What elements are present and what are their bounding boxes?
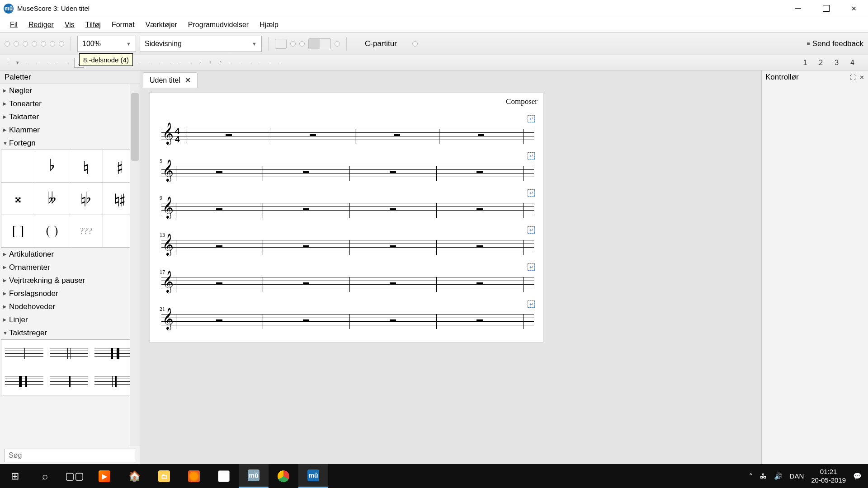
barline-end-repeat[interactable] — [94, 343, 133, 364]
staff-system[interactable]: 17𝄞↵ — [161, 277, 534, 291]
accidental-paren[interactable]: ( ) — [35, 215, 69, 248]
barline[interactable] — [263, 166, 263, 181]
taskbar-app[interactable] — [209, 464, 239, 488]
barline[interactable] — [523, 166, 524, 181]
line-break-icon[interactable]: ↵ — [528, 226, 535, 234]
whole-rest[interactable] — [394, 134, 400, 136]
menu-edit[interactable]: Rediger — [23, 19, 59, 31]
barline[interactable] — [523, 277, 524, 292]
palette-item-noteheads[interactable]: ▶Nodehoveder — [0, 300, 140, 313]
whole-rest[interactable] — [390, 282, 396, 285]
whole-rest[interactable] — [216, 319, 222, 322]
palette-item-breaths[interactable]: ▶Vejrtrækning & pauser — [0, 274, 140, 287]
score-area[interactable]: Uden titel ✕ Composer 𝄞44↵5𝄞↵9𝄞↵13𝄞↵17𝄞↵… — [140, 70, 761, 464]
duration-button[interactable]: · — [187, 59, 193, 67]
voice-1-button[interactable]: 1 — [803, 59, 807, 67]
barline[interactable] — [263, 240, 263, 255]
search-button[interactable]: ⌕ — [30, 464, 60, 488]
duration-button[interactable]: · — [137, 59, 144, 67]
whole-rest[interactable] — [478, 134, 484, 136]
zoom-combo[interactable]: 100% ▼ — [77, 36, 136, 52]
window-minimize-button[interactable] — [784, 0, 812, 17]
menu-add[interactable]: Tilføj — [80, 19, 106, 31]
barline[interactable] — [436, 203, 437, 218]
image-capture-button[interactable] — [275, 39, 287, 49]
duration-button[interactable]: · — [177, 59, 184, 67]
score-page[interactable]: Composer 𝄞44↵5𝄞↵9𝄞↵13𝄞↵17𝄞↵21𝄞↵ — [149, 92, 543, 343]
barline[interactable] — [349, 203, 350, 218]
duration-button[interactable]: · — [157, 59, 164, 67]
whole-rest[interactable] — [390, 171, 396, 174]
duration-button[interactable]: · — [247, 59, 253, 67]
palette-item-barlines[interactable]: ▼Taktstreger — [0, 326, 140, 339]
toolbar-button[interactable] — [32, 41, 37, 47]
whole-rest[interactable] — [216, 171, 222, 174]
toolbar-button[interactable] — [299, 41, 305, 47]
barline[interactable] — [176, 277, 176, 292]
staff-system[interactable]: 21𝄞↵ — [161, 314, 534, 328]
accidental-flat[interactable]: ♭ — [35, 150, 69, 183]
toolbar-button[interactable] — [41, 41, 46, 47]
barline[interactable] — [263, 277, 263, 292]
menu-file[interactable]: Fil — [5, 19, 23, 31]
palette-item-articulations[interactable]: ▶Artikulationer — [0, 248, 140, 261]
tray-volume-icon[interactable]: 🔊 — [774, 472, 783, 480]
duration-button[interactable]: · — [34, 59, 41, 67]
window-close-button[interactable]: ✕ — [840, 0, 868, 17]
whole-rest[interactable] — [476, 208, 483, 211]
taskbar-chrome[interactable] — [269, 464, 298, 488]
barline[interactable] — [439, 129, 439, 144]
line-break-icon[interactable]: ↵ — [528, 300, 535, 308]
barline[interactable] — [436, 166, 437, 181]
staff-system[interactable]: 13𝄞↵ — [161, 240, 534, 254]
whole-rest[interactable] — [476, 245, 483, 248]
taskview-button[interactable]: ▢▢ — [60, 464, 90, 488]
barline[interactable] — [176, 240, 176, 255]
palette-item-grace[interactable]: ▶Forslagsnoder — [0, 287, 140, 300]
treble-clef-icon[interactable]: 𝄞 — [162, 198, 174, 217]
duration-button[interactable]: ♭ — [197, 59, 203, 67]
barline[interactable] — [523, 314, 524, 329]
duration-button[interactable]: · — [237, 59, 243, 67]
barline[interactable] — [349, 314, 350, 329]
barline[interactable] — [355, 129, 355, 144]
menu-plugins[interactable]: Programudvidelser — [183, 19, 254, 31]
duration-button[interactable]: ▾ — [14, 59, 21, 67]
menu-view[interactable]: Vis — [59, 19, 80, 31]
duration-button[interactable]: ♮ — [207, 59, 213, 67]
palette-item-brackets[interactable]: ▶Klammer — [0, 123, 140, 136]
treble-clef-icon[interactable]: 𝄞 — [162, 161, 174, 180]
accidental-more[interactable]: ??? — [69, 215, 103, 248]
staff-system[interactable]: 9𝄞↵ — [161, 203, 534, 217]
toolbar-button[interactable] — [412, 41, 418, 47]
barline[interactable] — [349, 166, 350, 181]
barline[interactable] — [436, 240, 437, 255]
barline-normal[interactable] — [5, 343, 43, 364]
staff-system[interactable]: 5𝄞↵ — [161, 166, 534, 180]
line-break-icon[interactable]: ↵ — [528, 263, 535, 271]
palette-item-ornaments[interactable]: ▶Ornamenter — [0, 261, 140, 274]
staff-system[interactable]: 𝄞44↵ — [161, 129, 534, 143]
palette-scrollbar[interactable] — [130, 84, 140, 446]
taskbar-musescore-2[interactable]: mŭ — [298, 464, 328, 488]
barline[interactable] — [176, 203, 176, 218]
whole-rest[interactable] — [476, 319, 483, 322]
barline-start-repeat[interactable] — [5, 371, 43, 392]
line-break-icon[interactable]: ↵ — [528, 115, 535, 122]
menu-help[interactable]: Hjælp — [254, 19, 284, 31]
tray-notifications-icon[interactable]: 💬 — [853, 472, 862, 480]
barline[interactable] — [523, 129, 524, 144]
window-maximize-button[interactable] — [812, 0, 840, 17]
duration-button[interactable]: · — [167, 59, 174, 67]
line-break-icon[interactable]: ↵ — [528, 152, 535, 160]
tray-language[interactable]: DAN — [790, 472, 804, 480]
close-icon[interactable]: ✕ — [859, 74, 864, 81]
whole-rest[interactable] — [303, 319, 309, 322]
whole-rest[interactable] — [390, 208, 396, 211]
menu-format[interactable]: Format — [106, 19, 140, 31]
whole-rest[interactable] — [390, 245, 396, 248]
duration-button[interactable]: · — [64, 59, 71, 67]
duration-button[interactable]: · — [147, 59, 154, 67]
note-input-button[interactable]: ⋮ — [5, 59, 11, 67]
palette-item-timesigs[interactable]: ▶Taktarter — [0, 110, 140, 123]
